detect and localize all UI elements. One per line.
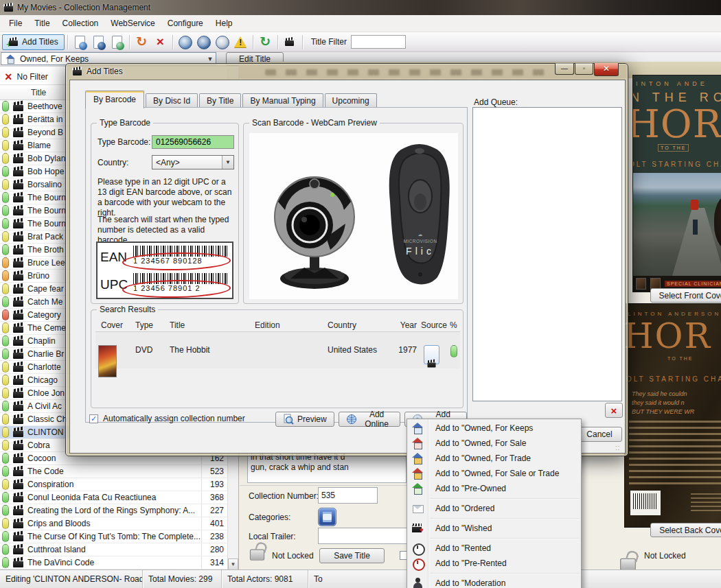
document-globe-dark-icon[interactable]: [91, 34, 106, 50]
menu-help[interactable]: Help: [209, 16, 239, 31]
unlocked-icon[interactable]: [250, 549, 264, 560]
status-pill-icon: [2, 518, 9, 529]
country-dropdown[interactable]: <Any> ▼: [152, 155, 234, 169]
list-item[interactable]: Cutthroat Island280: [0, 543, 227, 556]
document-globe-green-icon[interactable]: [109, 34, 125, 50]
clapper-icon: [12, 271, 24, 281]
column-header-percent[interactable]: %: [450, 320, 457, 330]
status-pill-icon: [2, 388, 9, 399]
collection-number-field[interactable]: 535: [318, 487, 378, 504]
local-trailer-field[interactable]: [318, 528, 409, 544]
tab-by-title[interactable]: By Title: [199, 93, 241, 108]
front-cover-image[interactable]: LINTON ANDE N THE RO HORS TO THE OLT STA…: [633, 75, 721, 292]
disc-navy-icon[interactable]: [196, 34, 211, 50]
preview-button[interactable]: Preview: [275, 412, 334, 427]
house-icon: [5, 54, 15, 63]
categories-button[interactable]: [318, 508, 336, 526]
title-filter-input[interactable]: [351, 35, 406, 49]
close-button[interactable]: ✕: [594, 63, 619, 76]
column-header-edition[interactable]: Edition: [255, 320, 280, 330]
menu-file[interactable]: File: [3, 16, 28, 31]
add-titles-button[interactable]: + Add Titles: [2, 34, 65, 50]
scan-barcode-group: Scan Barcode - WebCam Preview: [243, 123, 464, 304]
menu-collection[interactable]: Collection: [56, 16, 105, 31]
status-pill-icon: [2, 375, 9, 386]
add-titles-label: Add Titles: [22, 37, 58, 47]
delete-icon[interactable]: ×: [152, 34, 168, 50]
tab-by-disc-id[interactable]: By Disc Id: [146, 93, 198, 108]
scroll-down-icon[interactable]: ▼: [228, 558, 238, 570]
auto-assign-checkbox[interactable]: ✓: [89, 414, 98, 423]
refresh-icon[interactable]: ↻: [134, 34, 150, 50]
status-pill-icon: [2, 531, 9, 542]
cancel-button[interactable]: Cancel: [577, 427, 622, 442]
list-item[interactable]: Crips and Bloods401: [0, 517, 227, 530]
barcode-input[interactable]: [152, 135, 234, 149]
tab-by-manual-typing[interactable]: By Manual Typing: [242, 93, 323, 108]
warning-icon[interactable]: !: [233, 34, 249, 50]
add-queue-listbox[interactable]: [472, 107, 622, 401]
clapper-icon: [12, 310, 24, 320]
select-back-cover-button[interactable]: Select Back Cover: [650, 523, 721, 537]
list-item[interactable]: Conspiration193: [0, 478, 227, 491]
status-pill-icon: [2, 309, 9, 320]
tab-upcoming[interactable]: Upcoming: [325, 93, 377, 108]
select-front-cover-button[interactable]: Select Front Cover: [650, 288, 721, 303]
sync-icon[interactable]: ↻: [258, 34, 273, 50]
menu-item-owned-for-sale[interactable]: Add to "Owned, For Sale: [407, 436, 581, 451]
column-header-title[interactable]: Title: [170, 320, 185, 330]
dialog-titlebar[interactable]: Add Titles: [72, 67, 123, 76]
column-header-country[interactable]: Country: [328, 320, 356, 330]
add-online-button[interactable]: Add Online: [339, 412, 401, 427]
clapper-icon: [12, 480, 24, 489]
clapper-icon: [12, 401, 24, 411]
save-title-button[interactable]: Save Title: [319, 548, 385, 563]
house-green-icon: [411, 483, 424, 494]
menu-title[interactable]: Title: [28, 16, 56, 31]
status-pill-icon: [2, 401, 9, 412]
list-item[interactable]: The Curse Of King Tut's Tomb: The Comple…: [0, 530, 227, 543]
menu-item-wished[interactable]: ♥Add to "Wished: [407, 521, 581, 536]
edit-clapper-icon[interactable]: [282, 34, 298, 50]
menu-item-ordered[interactable]: Add to "Ordered: [407, 501, 581, 516]
list-item[interactable]: The DaVinci Code314: [0, 556, 227, 569]
list-item-number: 193: [201, 478, 227, 491]
menu-item-owned-for-trade[interactable]: Add to "Owned, For Trade: [407, 451, 581, 466]
window-title: My Movies - Collection Management: [17, 3, 150, 12]
menu-item-rented[interactable]: Add to "Rented: [407, 541, 581, 556]
front-cover-text: LINTON ANDE: [633, 80, 708, 87]
column-header-cover[interactable]: Cover: [101, 320, 123, 330]
minimize-button[interactable]: —: [555, 63, 574, 75]
status-pill-icon: [2, 270, 9, 281]
status-pill-icon: [2, 336, 9, 346]
column-header-year[interactable]: Year: [376, 320, 417, 330]
clapper-icon: [12, 454, 24, 463]
svg-text:Flic: Flic: [406, 246, 435, 257]
list-item-title: The Code: [27, 467, 201, 476]
menu-item-moderation[interactable]: Add to "Moderation: [407, 576, 581, 588]
house-red-icon: [411, 438, 424, 449]
clapper-icon: [12, 545, 24, 554]
menu-configure[interactable]: Configure: [161, 16, 209, 31]
result-row[interactable]: DVD The Hobbit United States 1977: [95, 332, 460, 368]
menu-item-pre-rented[interactable]: Add to "Pre-Rented: [407, 556, 581, 571]
column-header-source[interactable]: Source: [421, 320, 447, 330]
back-cover-image[interactable]: LINTON ANDERSON ON HOR TO THE OLT STARTI…: [625, 304, 721, 527]
menu-item-owned-for-keeps[interactable]: Add to "Owned, For Keeps: [407, 421, 581, 436]
document-globe-icon[interactable]: [72, 34, 88, 50]
menu-webservice[interactable]: WebService: [104, 16, 161, 31]
list-item[interactable]: The Code523: [0, 465, 227, 478]
tab-by-barcode[interactable]: By Barcode: [85, 91, 144, 108]
queue-delete-button[interactable]: ×: [605, 403, 623, 418]
menu-item-pre-owned[interactable]: Add to "Pre-Owned: [407, 481, 581, 496]
cover-unlocked-icon[interactable]: [620, 558, 636, 571]
resize-grip[interactable]: ∙∙∙∙: [615, 445, 622, 451]
list-item[interactable]: Creating the Lord of the Rings Symphony:…: [0, 504, 227, 517]
barcode-label: Type Barcode:: [98, 137, 150, 147]
disc-silver-icon[interactable]: [214, 34, 230, 50]
menu-item-owned-for-sale-or-trade[interactable]: Add to "Owned, For Sale or Trade: [407, 466, 581, 481]
maximize-button[interactable]: ▫: [575, 63, 593, 75]
list-item[interactable]: Conul Leonida Fata Cu Reactiunea368: [0, 491, 227, 504]
disc-blue-icon[interactable]: [177, 34, 193, 50]
column-header-type[interactable]: Type: [135, 320, 153, 330]
